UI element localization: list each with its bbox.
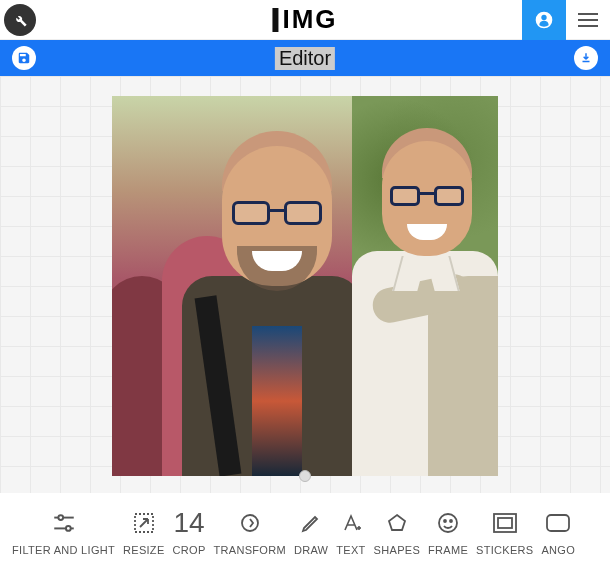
tool-frame[interactable]: FRAME (424, 508, 472, 556)
user-icon (534, 10, 554, 30)
crop-icon: 14 (173, 508, 204, 538)
text-icon (339, 508, 363, 538)
save-button[interactable] (12, 46, 36, 70)
svg-point-14 (450, 520, 452, 522)
pencil-icon (299, 508, 323, 538)
smiley-icon (436, 508, 460, 538)
app-logo: IMG (272, 4, 337, 35)
tool-draw[interactable]: DRAW (290, 508, 332, 556)
svg-rect-16 (498, 518, 512, 528)
canvas-area[interactable] (0, 76, 610, 493)
download-button[interactable] (574, 46, 598, 70)
tool-transform[interactable]: TRANSFORM (210, 508, 290, 556)
svg-marker-11 (389, 515, 405, 530)
menu-button[interactable] (566, 0, 610, 40)
editor-bar: Editor (0, 40, 610, 76)
tool-stickers[interactable]: STICKERS (472, 508, 537, 556)
tool-crop[interactable]: 14 CROP (169, 508, 210, 556)
svg-point-13 (444, 520, 446, 522)
bottom-toolbar: FILTER AND LIGHT RESIZE 14 CROP TRANSFOR… (0, 493, 610, 571)
hamburger-icon (578, 13, 598, 27)
refresh-icon (238, 508, 262, 538)
svg-point-6 (65, 526, 70, 531)
image-right-half (352, 96, 498, 476)
image-left-half (112, 96, 352, 476)
tool-corners[interactable]: ANGO (537, 508, 579, 556)
resize-icon (132, 508, 156, 538)
rounded-rect-icon (545, 508, 571, 538)
wrench-icon (12, 12, 28, 28)
download-icon (579, 51, 593, 65)
edited-image[interactable] (112, 96, 498, 476)
pentagon-icon (385, 508, 409, 538)
settings-button[interactable] (4, 4, 36, 36)
editor-title: Editor (275, 47, 335, 70)
resize-handle[interactable] (299, 470, 311, 482)
svg-point-1 (541, 14, 546, 19)
account-button[interactable] (522, 0, 566, 40)
svg-point-12 (439, 514, 457, 532)
svg-rect-17 (547, 515, 569, 531)
svg-point-4 (58, 515, 63, 520)
floppy-icon (17, 51, 31, 65)
logo-bar-icon (272, 8, 278, 32)
svg-point-8 (242, 515, 258, 531)
tool-resize[interactable]: RESIZE (119, 508, 169, 556)
tool-filter-light[interactable]: FILTER AND LIGHT (8, 508, 119, 556)
logo-text: IMG (282, 4, 337, 35)
tool-shapes[interactable]: SHAPES (370, 508, 424, 556)
sliders-icon (51, 508, 77, 538)
top-bar: IMG (0, 0, 610, 40)
tool-text[interactable]: TEXT (332, 508, 369, 556)
frame-rect-icon (492, 508, 518, 538)
